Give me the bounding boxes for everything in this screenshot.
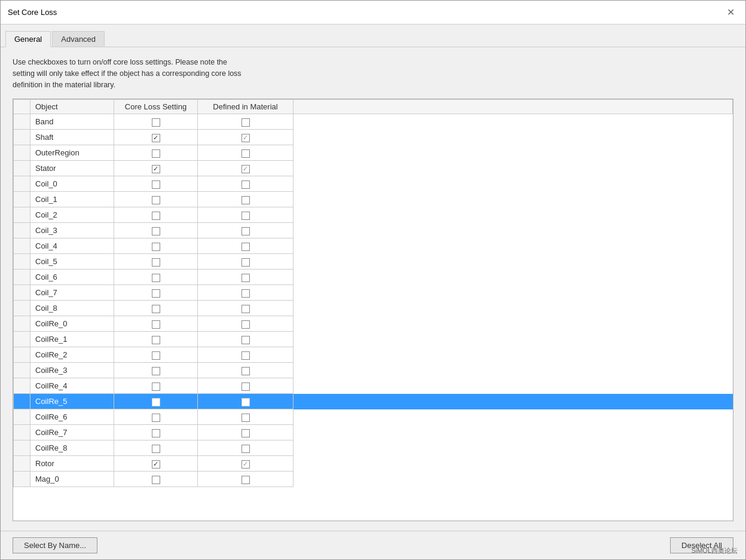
checkbox-defined-material[interactable] xyxy=(241,118,250,127)
checkbox-core-loss[interactable] xyxy=(152,460,160,469)
row-object-name[interactable]: CoilRe_7 xyxy=(30,425,114,440)
checkbox-defined-material[interactable] xyxy=(241,336,250,344)
row-core-loss-checkbox[interactable] xyxy=(114,192,198,207)
row-object-name[interactable]: CoilRe_4 xyxy=(30,378,114,394)
row-core-loss-checkbox[interactable] xyxy=(114,394,198,409)
checkbox-defined-material[interactable] xyxy=(241,289,250,298)
row-object-name[interactable]: Shaft xyxy=(30,130,114,145)
row-core-loss-checkbox[interactable] xyxy=(114,238,198,254)
checkbox-core-loss[interactable] xyxy=(152,134,160,142)
checkbox-defined-material[interactable] xyxy=(241,212,250,220)
checkbox-core-loss[interactable] xyxy=(152,429,160,437)
checkbox-core-loss[interactable] xyxy=(152,258,160,267)
checkbox-core-loss[interactable] xyxy=(152,320,160,329)
row-object-name[interactable]: CoilRe_1 xyxy=(30,332,114,347)
row-defined-material-checkbox[interactable] xyxy=(198,207,293,223)
row-core-loss-checkbox[interactable] xyxy=(114,332,198,347)
row-core-loss-checkbox[interactable] xyxy=(114,425,198,440)
checkbox-core-loss[interactable] xyxy=(152,414,160,422)
row-core-loss-checkbox[interactable] xyxy=(114,301,198,316)
row-defined-material-checkbox[interactable] xyxy=(198,238,293,254)
checkbox-defined-material[interactable] xyxy=(241,429,250,437)
checkbox-core-loss[interactable] xyxy=(152,149,160,158)
row-object-name[interactable]: Coil_1 xyxy=(30,192,114,207)
row-object-name[interactable]: Stator xyxy=(30,161,114,176)
checkbox-defined-material[interactable] xyxy=(241,149,250,158)
checkbox-defined-material[interactable] xyxy=(241,305,250,313)
row-defined-material-checkbox[interactable] xyxy=(198,347,293,363)
checkbox-core-loss[interactable] xyxy=(152,351,160,360)
row-defined-material-checkbox[interactable] xyxy=(198,363,293,378)
row-defined-material-checkbox[interactable] xyxy=(198,130,293,145)
row-object-name[interactable]: CoilRe_8 xyxy=(30,440,114,456)
checkbox-defined-material[interactable] xyxy=(241,398,250,406)
row-defined-material-checkbox[interactable] xyxy=(198,332,293,347)
checkbox-core-loss[interactable] xyxy=(152,227,160,235)
row-object-name[interactable]: CoilRe_0 xyxy=(30,316,114,332)
checkbox-defined-material[interactable] xyxy=(241,258,250,267)
row-object-name[interactable]: CoilRe_3 xyxy=(30,363,114,378)
row-defined-material-checkbox[interactable] xyxy=(198,394,293,409)
row-object-name[interactable]: Coil_5 xyxy=(30,254,114,270)
checkbox-core-loss[interactable] xyxy=(152,289,160,298)
checkbox-core-loss[interactable] xyxy=(152,243,160,251)
row-defined-material-checkbox[interactable] xyxy=(198,378,293,394)
row-core-loss-checkbox[interactable] xyxy=(114,130,198,145)
row-defined-material-checkbox[interactable] xyxy=(198,456,293,472)
checkbox-defined-material[interactable] xyxy=(241,382,250,391)
checkbox-defined-material[interactable] xyxy=(241,243,250,251)
checkbox-defined-material[interactable] xyxy=(241,351,250,360)
row-core-loss-checkbox[interactable] xyxy=(114,316,198,332)
row-defined-material-checkbox[interactable] xyxy=(198,176,293,192)
row-core-loss-checkbox[interactable] xyxy=(114,456,198,472)
row-core-loss-checkbox[interactable] xyxy=(114,207,198,223)
checkbox-core-loss[interactable] xyxy=(152,336,160,344)
checkbox-core-loss[interactable] xyxy=(152,398,160,406)
row-defined-material-checkbox[interactable] xyxy=(198,192,293,207)
checkbox-core-loss[interactable] xyxy=(152,305,160,313)
row-core-loss-checkbox[interactable] xyxy=(114,176,198,192)
checkbox-defined-material[interactable] xyxy=(241,196,250,204)
select-by-name-button[interactable]: Select By Name... xyxy=(13,537,97,553)
row-defined-material-checkbox[interactable] xyxy=(198,301,293,316)
close-button[interactable]: ✕ xyxy=(723,5,738,19)
row-core-loss-checkbox[interactable] xyxy=(114,378,198,394)
row-defined-material-checkbox[interactable] xyxy=(198,285,293,301)
row-object-name[interactable]: CoilRe_6 xyxy=(30,409,114,425)
row-core-loss-checkbox[interactable] xyxy=(114,409,198,425)
row-object-name[interactable]: Mag_0 xyxy=(30,472,114,487)
row-defined-material-checkbox[interactable] xyxy=(198,425,293,440)
tab-general[interactable]: General xyxy=(5,31,51,47)
row-defined-material-checkbox[interactable] xyxy=(198,440,293,456)
row-object-name[interactable]: Coil_7 xyxy=(30,285,114,301)
checkbox-defined-material[interactable] xyxy=(241,180,250,189)
row-core-loss-checkbox[interactable] xyxy=(114,145,198,161)
row-object-name[interactable]: CoilRe_5 xyxy=(30,394,114,409)
row-defined-material-checkbox[interactable] xyxy=(198,472,293,487)
row-core-loss-checkbox[interactable] xyxy=(114,285,198,301)
checkbox-defined-material[interactable] xyxy=(241,414,250,422)
checkbox-core-loss[interactable] xyxy=(152,367,160,375)
row-core-loss-checkbox[interactable] xyxy=(114,114,198,130)
row-core-loss-checkbox[interactable] xyxy=(114,270,198,285)
tab-advanced[interactable]: Advanced xyxy=(52,31,105,47)
checkbox-core-loss[interactable] xyxy=(152,445,160,453)
checkbox-core-loss[interactable] xyxy=(152,476,160,484)
checkbox-core-loss[interactable] xyxy=(152,382,160,391)
checkbox-core-loss[interactable] xyxy=(152,274,160,282)
row-object-name[interactable]: Coil_6 xyxy=(30,270,114,285)
row-core-loss-checkbox[interactable] xyxy=(114,223,198,238)
row-core-loss-checkbox[interactable] xyxy=(114,161,198,176)
checkbox-defined-material[interactable] xyxy=(241,165,250,173)
checkbox-defined-material[interactable] xyxy=(241,227,250,235)
row-object-name[interactable]: Coil_0 xyxy=(30,176,114,192)
checkbox-defined-material[interactable] xyxy=(241,367,250,375)
row-object-name[interactable]: Rotor xyxy=(30,456,114,472)
row-defined-material-checkbox[interactable] xyxy=(198,161,293,176)
checkbox-defined-material[interactable] xyxy=(241,320,250,329)
checkbox-defined-material[interactable] xyxy=(241,445,250,453)
checkbox-defined-material[interactable] xyxy=(241,274,250,282)
row-object-name[interactable]: OuterRegion xyxy=(30,145,114,161)
row-object-name[interactable]: CoilRe_2 xyxy=(30,347,114,363)
row-core-loss-checkbox[interactable] xyxy=(114,472,198,487)
